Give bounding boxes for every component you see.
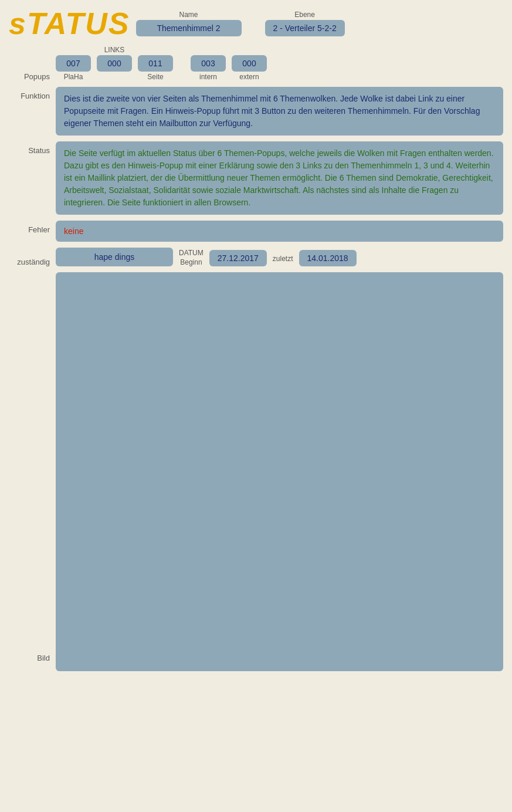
links-main-label: LINKS — [104, 46, 125, 54]
seite-sublabel: Seite — [147, 73, 163, 81]
plaha-sublabel: PlaHa — [64, 73, 83, 81]
status-text: Die Seite verfügt im aktuellen Status üb… — [56, 141, 503, 215]
datum-label: DATUM — [179, 249, 204, 257]
status-label: Status — [9, 141, 50, 155]
beginn-label: Beginn — [180, 258, 202, 266]
name-label: Name — [179, 11, 198, 19]
fehler-text: keine — [56, 221, 503, 242]
popups-plaha-value: 007 — [56, 55, 91, 72]
zuletzt-label: zuletzt — [273, 255, 293, 266]
zustaendig-label: zuständig — [9, 258, 50, 266]
app-title: sTATUS — [9, 6, 130, 41]
funktion-text: Dies ist die zweite von vier Seiten als … — [56, 87, 503, 136]
name-field: Themenhimmel 2 — [136, 20, 242, 36]
beginn-value: 27.12.2017 — [209, 250, 267, 266]
intern-sublabel: intern — [199, 73, 217, 81]
ebene-label: Ebene — [294, 11, 315, 19]
popups-extern-value: 000 — [232, 55, 267, 72]
bild-label: Bild — [9, 272, 50, 662]
ebene-field: 2 - Verteiler 5-2-2 — [265, 20, 345, 36]
zustaendig-person: hape dings — [56, 248, 173, 266]
zuletzt-value: 14.01.2018 — [299, 250, 357, 266]
extern-sublabel: extern — [239, 73, 259, 81]
popups-000-value: 000 — [97, 55, 132, 72]
popups-label: Popups — [9, 72, 50, 81]
popups-intern-value: 003 — [191, 55, 226, 72]
bild-area — [56, 272, 503, 671]
fehler-label: Fehler — [9, 221, 50, 234]
funktion-label: Funktion — [9, 87, 50, 100]
popups-seite-value: 011 — [138, 55, 173, 72]
